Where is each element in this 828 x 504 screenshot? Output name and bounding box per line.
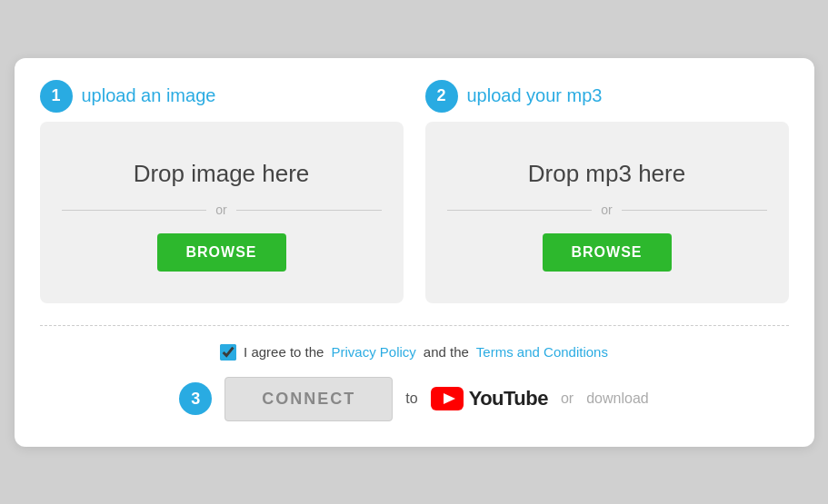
agree-checkbox[interactable] <box>220 344 236 361</box>
step2-title: upload your mp3 <box>467 85 603 106</box>
step1-label: 1 upload an image <box>40 80 404 113</box>
agree-text-before: I agree to the <box>244 344 324 360</box>
step1-circle: 1 <box>40 80 73 113</box>
image-drop-zone[interactable]: Drop image here or BROWSE <box>40 122 404 303</box>
download-link[interactable]: download <box>586 390 649 407</box>
terms-conditions-link[interactable]: Terms and Conditions <box>476 344 608 360</box>
mp3-drop-zone[interactable]: Drop mp3 here or BROWSE <box>425 122 789 303</box>
youtube-text: YouTube <box>469 387 548 410</box>
step3-circle: 3 <box>179 382 212 415</box>
image-or-divider: or <box>62 203 382 217</box>
to-text: to <box>405 390 417 407</box>
bottom-section: I agree to the Privacy Policy and the Te… <box>40 344 789 421</box>
mp3-browse-button[interactable]: BROWSE <box>543 233 672 272</box>
upload-image-panel: 1 upload an image Drop image here or BRO… <box>40 80 404 303</box>
step1-title: upload an image <box>82 85 216 106</box>
upload-mp3-panel: 2 upload your mp3 Drop mp3 here or BROWS… <box>425 80 789 303</box>
youtube-icon <box>431 387 464 410</box>
privacy-policy-link[interactable]: Privacy Policy <box>331 344 415 360</box>
upload-panels-row: 1 upload an image Drop image here or BRO… <box>40 80 789 303</box>
mp3-drop-text: Drop mp3 here <box>528 160 685 188</box>
section-divider <box>40 325 789 326</box>
connect-row: 3 CONNECT to YouTube or download <box>179 377 648 421</box>
step2-label: 2 upload your mp3 <box>425 80 789 113</box>
mp3-or-divider: or <box>447 203 767 217</box>
or-text: or <box>561 390 574 407</box>
image-drop-text: Drop image here <box>134 160 310 188</box>
step2-circle: 2 <box>425 80 458 113</box>
agree-row: I agree to the Privacy Policy and the Te… <box>220 344 608 361</box>
agree-text-middle: and the <box>424 344 469 360</box>
youtube-logo: YouTube <box>431 387 548 410</box>
main-card: 1 upload an image Drop image here or BRO… <box>15 58 814 447</box>
connect-button[interactable]: CONNECT <box>224 377 393 421</box>
image-browse-button[interactable]: BROWSE <box>157 233 286 272</box>
